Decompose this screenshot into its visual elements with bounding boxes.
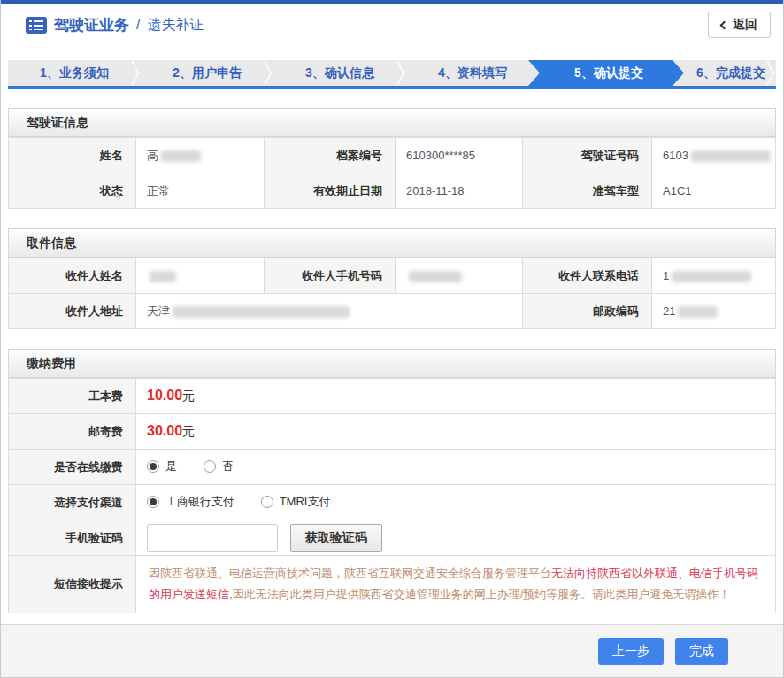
radio-online-pay-no[interactable]: 否 xyxy=(204,458,234,474)
redacted-blob xyxy=(672,271,751,282)
step-4-fill-data[interactable]: 4、资料填写 xyxy=(406,60,539,86)
page-title: 驾驶证业务 / 遗失补证 xyxy=(26,15,204,35)
field-label-postage-fee: 邮寄费 xyxy=(9,414,136,450)
fee-unit: 元 xyxy=(182,389,195,403)
field-label-recipient-address: 收件人地址 xyxy=(9,294,136,329)
step-separator-chevron-icon xyxy=(396,60,406,86)
sms-notice-text: 因陕西省联通、电信运营商技术问题，陕西省互联网交通安全综合服务管理平台无法向持陕… xyxy=(136,556,776,613)
table-row: 手机验证码 获取验证码 xyxy=(9,520,776,556)
radio-unchecked-icon xyxy=(204,460,216,473)
step-separator-chevron-icon xyxy=(263,60,273,86)
field-value-valid-until: 2018-11-18 xyxy=(396,173,523,209)
table-row: 邮寄费 30.00元 xyxy=(9,414,776,450)
step-nav: 1、业务须知 2、用户申告 3、确认信息 4、资料填写 5、确认提交 6、完成提… xyxy=(8,60,776,89)
field-value-work-fee: 10.00元 xyxy=(136,379,776,414)
step-3-confirm-info[interactable]: 3、确认信息 xyxy=(273,60,406,86)
field-label-online-pay: 是否在线缴费 xyxy=(9,450,136,485)
section-license-info: 驾驶证信息 姓名 高 档案编号 610300****85 驾驶证号码 6103 … xyxy=(8,108,776,209)
field-label-file-no: 档案编号 xyxy=(265,138,396,173)
step-2-user-declaration[interactable]: 2、用户申告 xyxy=(141,60,273,86)
license-info-table: 姓名 高 档案编号 610300****85 驾驶证号码 6103 状态 正常 … xyxy=(8,137,776,209)
field-value-name: 高 xyxy=(136,138,265,173)
footer-action-bar: 上一步 完成 xyxy=(1,624,783,677)
step-label: 3、确认信息 xyxy=(305,65,374,81)
notice-text-muted: 因此无法向此类用户提供陕西省交通管理业务的网上办理/预约等服务。请此类用户避免无… xyxy=(233,588,731,601)
back-button-label: 返回 xyxy=(733,17,757,33)
notice-text-muted: 因陕西省联通、电信运营商技术问题，陕西省互联网交通安全综合服务管理平台 xyxy=(149,566,551,580)
radio-channel-icbc[interactable]: 工商银行支付 xyxy=(147,494,234,510)
back-button[interactable]: 返回 xyxy=(708,12,771,38)
field-label-recipient-phone: 收件人联系电话 xyxy=(523,258,652,294)
field-label-recipient-mobile: 收件人手机号码 xyxy=(265,258,396,294)
field-value-file-no: 610300****85 xyxy=(396,138,523,173)
field-label-work-fee: 工本费 xyxy=(9,379,136,414)
sms-code-input[interactable] xyxy=(147,524,278,552)
field-value-recipient-address: 天津 xyxy=(136,294,523,329)
field-value-sms-code: 获取验证码 xyxy=(136,520,776,556)
title-primary: 驾驶证业务 xyxy=(54,15,129,35)
license-list-icon xyxy=(26,17,47,34)
radio-unchecked-icon xyxy=(261,496,273,508)
step-label: 6、完成提交 xyxy=(696,65,765,81)
redacted-blob xyxy=(173,306,350,318)
postage-fee-amount: 30.00 xyxy=(147,423,182,438)
field-label-pay-channel: 选择支付渠道 xyxy=(9,485,136,520)
step-label: 2、用户申告 xyxy=(173,65,242,81)
table-row: 是否在线缴费 是 否 xyxy=(9,450,776,485)
section-title-pickup-info: 取件信息 xyxy=(8,228,776,258)
section-payment: 缴纳费用 工本费 10.00元 邮寄费 30.00元 是否在线缴费 xyxy=(8,349,776,613)
step-label: 4、资料填写 xyxy=(438,65,507,81)
field-value-recipient-mobile xyxy=(396,258,523,294)
table-row: 姓名 高 档案编号 610300****85 驾驶证号码 6103 xyxy=(9,138,776,173)
radio-online-pay-yes[interactable]: 是 xyxy=(147,458,177,474)
pickup-info-table: 收件人姓名 收件人手机号码 收件人联系电话 1 收件人地址 天津 邮政编码 xyxy=(8,258,776,329)
field-value-postal-code: 21 xyxy=(652,294,776,329)
page: 驾驶证业务 / 遗失补证 返回 1、业务须知 2、用户申告 3、确认信息 4、资… xyxy=(0,0,784,678)
previous-step-button[interactable]: 上一步 xyxy=(598,638,664,665)
payment-table: 工本费 10.00元 邮寄费 30.00元 是否在线缴费 是 xyxy=(8,378,776,613)
title-separator: / xyxy=(136,17,140,33)
table-row: 选择支付渠道 工商银行支付 TMRI支付 xyxy=(9,485,776,520)
fee-unit: 元 xyxy=(182,424,195,438)
field-label-valid-until: 有效期止日期 xyxy=(265,173,396,209)
step-label: 1、业务须知 xyxy=(40,65,109,81)
radio-checked-icon xyxy=(147,496,159,508)
field-value-pay-channel: 工商银行支付 TMRI支付 xyxy=(136,485,776,520)
field-value-postage-fee: 30.00元 xyxy=(136,414,776,450)
field-label-name: 姓名 xyxy=(9,138,136,173)
step-separator-chevron-icon xyxy=(765,60,776,86)
field-label-sms-code: 手机验证码 xyxy=(9,520,136,556)
radio-channel-tmri[interactable]: TMRI支付 xyxy=(261,494,331,510)
field-label-vehicle-class: 准驾车型 xyxy=(523,173,652,209)
field-value-vehicle-class: A1C1 xyxy=(652,173,776,209)
chevron-left-icon xyxy=(720,21,729,30)
field-value-recipient-name xyxy=(136,258,265,294)
field-value-recipient-phone: 1 xyxy=(652,258,776,294)
finish-button[interactable]: 完成 xyxy=(675,638,728,665)
redacted-blob xyxy=(161,150,201,162)
work-fee-amount: 10.00 xyxy=(147,388,182,403)
title-secondary: 遗失补证 xyxy=(147,16,204,35)
table-row: 短信接收提示 因陕西省联通、电信运营商技术问题，陕西省互联网交通安全综合服务管理… xyxy=(9,556,776,613)
radio-checked-icon xyxy=(147,460,159,473)
section-title-payment: 缴纳费用 xyxy=(8,349,776,378)
field-value-status: 正常 xyxy=(136,173,265,209)
field-label-sms-notice: 短信接收提示 xyxy=(9,556,136,613)
field-label-status: 状态 xyxy=(9,173,136,209)
table-row: 工本费 10.00元 xyxy=(9,379,776,414)
get-code-button[interactable]: 获取验证码 xyxy=(290,524,382,552)
section-title-license-info: 驾驶证信息 xyxy=(8,108,776,137)
step-label: 5、确认提交 xyxy=(574,65,643,81)
field-value-online-pay: 是 否 xyxy=(136,450,776,485)
table-row: 收件人地址 天津 邮政编码 21 xyxy=(9,294,776,329)
redacted-blob xyxy=(691,150,771,162)
redacted-blob xyxy=(678,306,718,318)
step-1-business-notice[interactable]: 1、业务须知 xyxy=(8,60,141,86)
field-label-license-no: 驾驶证号码 xyxy=(523,138,652,173)
section-pickup-info: 取件信息 收件人姓名 收件人手机号码 收件人联系电话 1 收件人地址 xyxy=(8,228,776,329)
step-5-confirm-submit-active[interactable]: 5、确认提交 xyxy=(528,60,684,86)
field-label-recipient-name: 收件人姓名 xyxy=(9,258,136,294)
table-row: 状态 正常 有效期止日期 2018-11-18 准驾车型 A1C1 xyxy=(9,173,776,209)
redacted-blob xyxy=(150,271,176,282)
step-6-complete-submit[interactable]: 6、完成提交 xyxy=(684,60,776,86)
